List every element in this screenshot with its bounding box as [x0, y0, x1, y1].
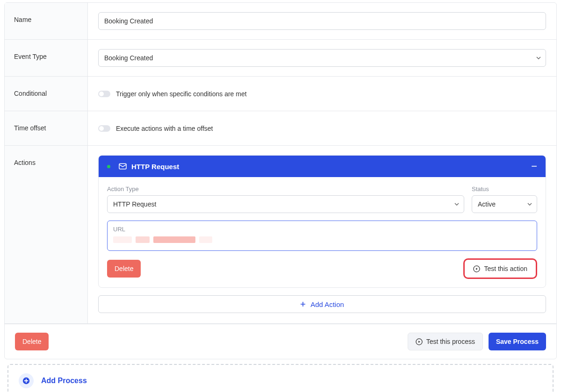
conditional-label: Conditional	[5, 77, 88, 111]
delete-process-button[interactable]: Delete	[15, 333, 49, 350]
name-input[interactable]	[98, 12, 546, 30]
row-event-type: Event Type Booking Created	[5, 40, 556, 77]
test-process-button[interactable]: Test this process	[408, 333, 483, 350]
play-circle-icon	[473, 265, 480, 272]
plus-circle-icon	[19, 373, 34, 388]
conditional-toggle[interactable]	[98, 91, 110, 97]
action-type-label: Action Type	[107, 185, 464, 192]
action-header[interactable]: HTTP Request −	[99, 156, 546, 177]
mail-icon	[119, 163, 127, 170]
action-type-select[interactable]: HTTP Request	[107, 195, 464, 213]
status-group: Status Active	[472, 185, 537, 213]
event-type-content: Booking Created	[88, 40, 556, 76]
event-type-label: Event Type	[5, 40, 88, 76]
time-offset-toggle-row: Execute actions with a time offset	[98, 125, 213, 132]
time-offset-content: Execute actions with a time offset	[88, 111, 556, 145]
row-time-offset: Time offset Execute actions with a time …	[5, 111, 556, 146]
url-field[interactable]: URL	[107, 221, 537, 251]
save-process-button[interactable]: Save Process	[489, 333, 546, 350]
url-redacted-value	[113, 235, 531, 244]
action-status-dot-icon	[107, 165, 110, 168]
name-label: Name	[5, 3, 88, 39]
play-circle-icon	[416, 338, 423, 345]
redacted-segment	[136, 236, 150, 243]
row-actions: Actions HTTP Request −	[5, 146, 556, 324]
process-form-panel: Name Event Type Booking Created Conditio…	[4, 2, 557, 359]
row-name: Name	[5, 3, 556, 40]
time-offset-label: Time offset	[5, 111, 88, 145]
action-header-title: HTTP Request	[131, 163, 179, 171]
row-conditional: Conditional Trigger only when specific c…	[5, 77, 556, 111]
time-offset-description: Execute actions with a time offset	[116, 125, 213, 132]
add-process-label: Add Process	[41, 377, 87, 385]
conditional-content: Trigger only when specific conditions ar…	[88, 77, 556, 111]
conditional-description: Trigger only when specific conditions ar…	[116, 90, 247, 98]
svg-rect-0	[119, 164, 126, 169]
time-offset-toggle[interactable]	[98, 125, 110, 132]
action-type-group: Action Type HTTP Request	[107, 185, 464, 213]
event-type-select[interactable]: Booking Created	[98, 49, 546, 67]
add-process-button[interactable]: Add Process	[7, 364, 554, 392]
delete-action-button[interactable]: Delete	[107, 260, 141, 278]
actions-content: HTTP Request − Action Type HTTP Request …	[88, 146, 556, 323]
action-footer-row: Delete Test this action	[107, 258, 537, 279]
conditional-toggle-row: Trigger only when specific conditions ar…	[98, 90, 247, 98]
url-label: URL	[113, 226, 531, 233]
bottom-right: Test this process Save Process	[408, 333, 546, 350]
add-action-label: Add Action	[310, 300, 344, 308]
status-label: Status	[472, 185, 537, 192]
name-content	[88, 3, 556, 39]
test-action-label: Test this action	[484, 265, 527, 272]
test-process-label: Test this process	[426, 338, 475, 345]
test-action-button[interactable]: Test this action	[463, 258, 537, 279]
status-select[interactable]: Active	[472, 195, 537, 213]
action-body: Action Type HTTP Request Status Active	[99, 177, 546, 287]
action-body-row: Action Type HTTP Request Status Active	[107, 185, 537, 213]
redacted-segment	[199, 236, 212, 243]
plus-icon	[300, 300, 306, 308]
bottom-bar: Delete Test this process Save Process	[5, 324, 556, 359]
redacted-segment	[113, 236, 132, 243]
redacted-segment	[153, 236, 195, 243]
add-action-button[interactable]: Add Action	[98, 295, 546, 313]
action-card: HTTP Request − Action Type HTTP Request …	[98, 155, 546, 288]
actions-label: Actions	[5, 146, 88, 323]
collapse-icon[interactable]: −	[531, 161, 537, 171]
